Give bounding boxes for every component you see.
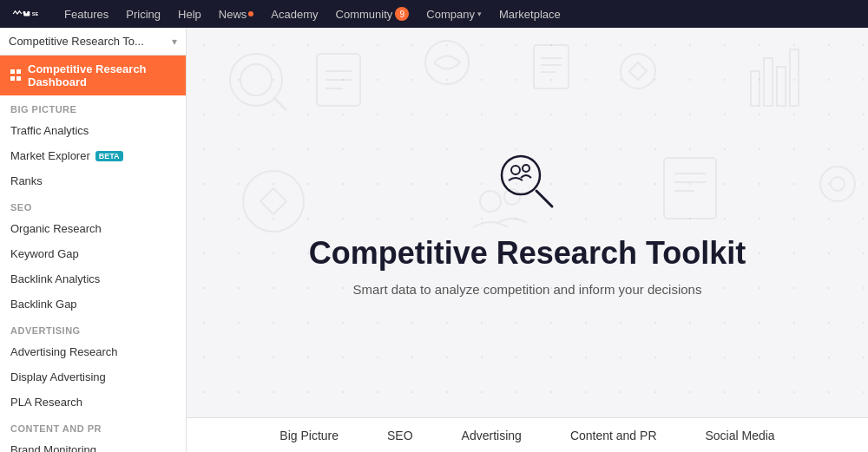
sidebar-item-traffic-analytics[interactable]: Traffic Analytics <box>0 118 186 143</box>
company-chevron-icon: ▾ <box>477 10 482 18</box>
sidebar-active-label: Competitive Research Dashboard <box>28 62 175 88</box>
nav-links: Features Pricing Help News Academy Commu… <box>56 0 858 28</box>
sidebar-dropdown[interactable]: Competitive Research To... ▾ <box>0 28 186 56</box>
main-title: Competitive Research Toolkit <box>309 235 746 272</box>
sidebar: Competitive Research To... ▾ Competitive… <box>0 28 187 452</box>
sidebar-item-ranks[interactable]: Ranks <box>0 168 186 193</box>
sidebar-item-market-explorer[interactable]: Market Explorer BETA <box>0 143 186 168</box>
beta-badge: BETA <box>95 151 123 161</box>
community-badge: 9 <box>395 7 409 21</box>
nav-academy[interactable]: Academy <box>262 0 326 28</box>
nav-features[interactable]: Features <box>56 0 117 28</box>
main-center-content: Competitive Research Toolkit Smart data … <box>187 28 868 452</box>
sidebar-item-backlink-gap[interactable]: Backlink Gap <box>0 292 186 317</box>
nav-pricing[interactable]: Pricing <box>117 0 169 28</box>
sidebar-item-keyword-gap[interactable]: Keyword Gap <box>0 241 186 266</box>
svg-rect-2 <box>23 13 30 16</box>
main-content: Competitive Research Toolkit Smart data … <box>187 28 868 452</box>
nav-news[interactable]: News <box>210 0 263 28</box>
dropdown-chevron-icon: ▾ <box>172 36 177 48</box>
sidebar-item-pla-research[interactable]: PLA Research <box>0 390 186 415</box>
tab-seo[interactable]: SEO <box>380 418 420 453</box>
sidebar-item-display-advertising[interactable]: Display Advertising <box>0 364 186 390</box>
grid-icon <box>10 69 21 82</box>
tab-advertising[interactable]: Advertising <box>455 418 529 453</box>
sidebar-active-item[interactable]: Competitive Research Dashboard <box>0 56 186 95</box>
sidebar-item-organic-research[interactable]: Organic Research <box>0 216 186 241</box>
nav-help[interactable]: Help <box>169 0 210 28</box>
nav-community[interactable]: Community 9 <box>327 0 418 28</box>
sidebar-item-brand-monitoring[interactable]: Brand Monitoring <box>0 437 186 452</box>
tab-social-media[interactable]: Social Media <box>699 418 782 453</box>
main-layout: Competitive Research To... ▾ Competitive… <box>0 28 868 452</box>
nav-marketplace[interactable]: Marketplace <box>490 0 569 28</box>
tab-content-pr[interactable]: Content and PR <box>563 418 664 453</box>
top-navigation: SEMrush Features Pricing Help News Acade… <box>0 0 868 28</box>
main-subtitle: Smart data to analyze competition and in… <box>353 282 702 297</box>
bottom-tabs: Big Picture SEO Advertising Content and … <box>187 417 868 452</box>
sidebar-section-seo: SEO <box>0 193 186 216</box>
svg-text:SEMrush: SEMrush <box>32 11 38 16</box>
sidebar-section-big-picture: BIG PICTURE <box>0 95 186 118</box>
sidebar-dropdown-label: Competitive Research To... <box>9 35 144 48</box>
svg-point-32 <box>523 165 529 172</box>
svg-point-31 <box>511 166 520 174</box>
news-dot <box>248 11 253 16</box>
nav-company[interactable]: Company ▾ <box>418 0 490 28</box>
sidebar-section-content-pr: CONTENT AND PR <box>0 415 186 437</box>
sidebar-section-advertising: ADVERTISING <box>0 317 186 339</box>
search-people-icon <box>493 149 562 221</box>
svg-point-30 <box>502 156 540 194</box>
svg-line-33 <box>536 191 552 206</box>
sidebar-item-advertising-research[interactable]: Advertising Research <box>0 339 186 364</box>
logo[interactable]: SEMrush <box>10 5 42 23</box>
sidebar-item-backlink-analytics[interactable]: Backlink Analytics <box>0 266 186 292</box>
tab-big-picture[interactable]: Big Picture <box>273 418 345 453</box>
